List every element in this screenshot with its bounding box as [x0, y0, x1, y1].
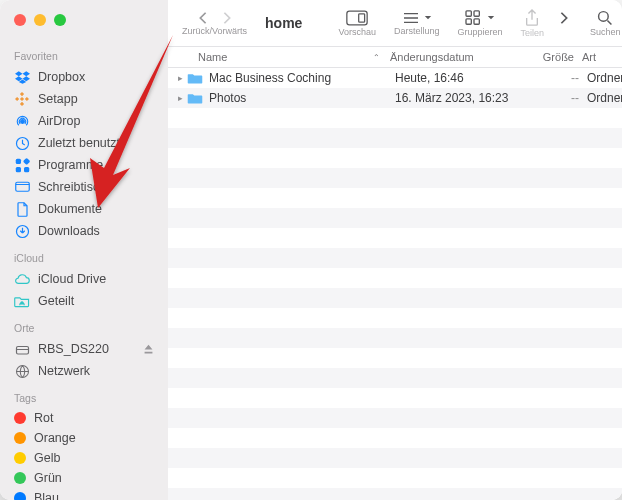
sidebar-item-label: iCloud Drive: [38, 272, 106, 286]
clock-icon: [14, 135, 30, 151]
sidebar-item-shared[interactable]: Geteilt: [0, 290, 168, 312]
section-header-locations: Orte: [0, 312, 168, 338]
svg-rect-4: [15, 167, 20, 172]
zoom-button[interactable]: [54, 14, 66, 26]
sidebar-item-label: RBS_DS220: [38, 342, 109, 356]
sidebar-item-label: Geteilt: [38, 294, 74, 308]
svg-rect-15: [466, 18, 471, 23]
sidebar-item-label: Netzwerk: [38, 364, 90, 378]
sidebar-item-setapp[interactable]: Setapp: [0, 88, 168, 110]
sidebar-item-documents[interactable]: Dokumente: [0, 198, 168, 220]
window-controls: [0, 14, 168, 40]
sidebar-item-dropbox[interactable]: Dropbox: [0, 66, 168, 88]
file-modified: 16. März 2023, 16:23: [395, 91, 535, 105]
file-size: --: [535, 71, 587, 85]
column-header-modified[interactable]: Änderungsdatum: [390, 51, 530, 63]
column-header-kind[interactable]: Art: [582, 51, 622, 63]
toolbar-view[interactable]: Darstellung: [394, 11, 440, 36]
sidebar-tag-gruen[interactable]: Grün: [0, 468, 168, 488]
tag-dot-icon: [14, 412, 26, 424]
file-kind: Ordner: [587, 91, 622, 105]
forward-button[interactable]: [222, 11, 232, 25]
folder-icon: [187, 71, 203, 85]
sidebar-item-network[interactable]: Netzwerk: [0, 360, 168, 382]
sidebar-item-label: Schreibtisch: [38, 180, 106, 194]
sort-caret-icon: ⌃: [373, 53, 380, 62]
section-header-tags: Tags: [0, 382, 168, 408]
toolbar-more[interactable]: [556, 11, 572, 36]
svg-rect-13: [466, 10, 471, 15]
sidebar-item-icloud-drive[interactable]: iCloud Drive: [0, 268, 168, 290]
drive-icon: [14, 341, 30, 357]
toolbar-share: Teilen: [520, 9, 544, 38]
svg-point-0: [20, 119, 24, 123]
globe-icon: [14, 363, 30, 379]
svg-rect-5: [24, 167, 29, 172]
sidebar-item-label: Setapp: [38, 92, 78, 106]
back-button[interactable]: [198, 11, 208, 25]
sidebar-item-apps[interactable]: Programme: [0, 154, 168, 176]
file-name: Mac Business Coching: [209, 71, 395, 85]
chevron-down-icon: [424, 15, 432, 21]
file-name: Photos: [209, 91, 395, 105]
disclosure-triangle-icon[interactable]: ▸: [178, 93, 183, 103]
sidebar-item-label: Zuletzt benutzt: [38, 136, 120, 150]
cloud-icon: [14, 271, 30, 287]
main-pane: Zurück/Vorwärts home Vorschau Darstellun…: [168, 0, 622, 500]
file-modified: Heute, 16:46: [395, 71, 535, 85]
toolbar: Zurück/Vorwärts home Vorschau Darstellun…: [168, 0, 622, 46]
download-icon: [14, 223, 30, 239]
sidebar-item-label: Dropbox: [38, 70, 85, 84]
sidebar-item-downloads[interactable]: Downloads: [0, 220, 168, 242]
list-item[interactable]: ▸ Mac Business Coching Heute, 16:46 -- O…: [168, 68, 622, 88]
finder-window: Favoriten Dropbox Setapp AirDrop Zuletzt…: [0, 0, 622, 500]
toolbar-group[interactable]: Gruppieren: [457, 10, 502, 37]
svg-rect-9: [16, 346, 28, 354]
column-header-row: Name⌃ Änderungsdatum Größe Art: [168, 46, 622, 68]
svg-rect-16: [474, 18, 479, 23]
file-kind: Ordner: [587, 71, 622, 85]
sidebar-item-label: Downloads: [38, 224, 100, 238]
sidebar-tag-orange[interactable]: Orange: [0, 428, 168, 448]
file-size: --: [535, 91, 587, 105]
sidebar-item-external-drive[interactable]: RBS_DS220: [0, 338, 168, 360]
nav-label: Zurück/Vorwärts: [182, 26, 247, 36]
sidebar-item-label: Blau: [34, 491, 59, 500]
list-item[interactable]: ▸ Photos 16. März 2023, 16:23 -- Ordner: [168, 88, 622, 108]
toolbar-search[interactable]: Suchen: [590, 10, 621, 37]
column-header-size[interactable]: Größe: [530, 51, 582, 63]
disclosure-triangle-icon[interactable]: ▸: [178, 73, 183, 83]
folder-icon: [187, 91, 203, 105]
svg-rect-2: [15, 158, 20, 163]
shared-folder-icon: [14, 293, 30, 309]
section-header-icloud: iCloud: [0, 242, 168, 268]
window-title: home: [265, 15, 302, 31]
toolbar-preview[interactable]: Vorschau: [338, 10, 376, 37]
sidebar-item-label: Gelb: [34, 451, 60, 465]
sidebar-tag-gelb[interactable]: Gelb: [0, 448, 168, 468]
close-button[interactable]: [14, 14, 26, 26]
column-header-name[interactable]: Name⌃: [198, 51, 390, 63]
minimize-button[interactable]: [34, 14, 46, 26]
desktop-icon: [14, 179, 30, 195]
sidebar-item-label: Programme: [38, 158, 103, 172]
sidebar-tag-rot[interactable]: Rot: [0, 408, 168, 428]
doc-icon: [14, 201, 30, 217]
tag-dot-icon: [14, 432, 26, 444]
chevron-down-icon: [487, 15, 495, 21]
sidebar-item-label: AirDrop: [38, 114, 80, 128]
sidebar-item-airdrop[interactable]: AirDrop: [0, 110, 168, 132]
setapp-icon: [14, 91, 30, 107]
svg-rect-12: [359, 13, 365, 21]
sidebar-item-recents[interactable]: Zuletzt benutzt: [0, 132, 168, 154]
sidebar-item-label: Orange: [34, 431, 76, 445]
tag-dot-icon: [14, 472, 26, 484]
eject-icon[interactable]: [143, 344, 154, 355]
sidebar-item-desktop[interactable]: Schreibtisch: [0, 176, 168, 198]
airdrop-icon: [14, 113, 30, 129]
sidebar-item-label: Grün: [34, 471, 62, 485]
sidebar-tag-blau[interactable]: Blau: [0, 488, 168, 500]
apps-icon: [14, 157, 30, 173]
tag-dot-icon: [14, 452, 26, 464]
sidebar: Favoriten Dropbox Setapp AirDrop Zuletzt…: [0, 0, 168, 500]
